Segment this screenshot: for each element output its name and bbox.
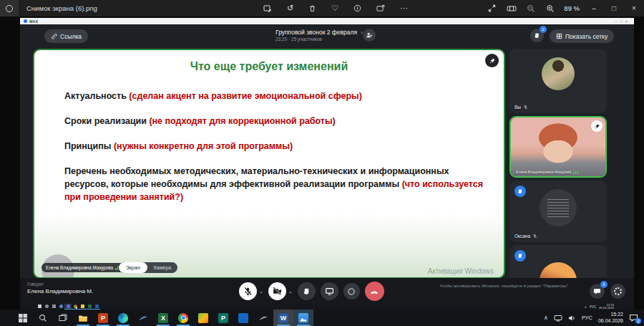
chat-button[interactable]: 6 — [590, 284, 605, 299]
raised-hands-badge: 2 — [540, 26, 547, 33]
info-icon[interactable] — [353, 4, 361, 12]
zoom-level: 89 % — [564, 4, 580, 12]
add-participant-button[interactable] — [363, 29, 376, 42]
share-icon[interactable] — [376, 4, 385, 12]
participant-tile-speaker[interactable]: Елена Владимировна Мазурова — [509, 116, 607, 178]
inner-search-icon[interactable] — [43, 304, 50, 310]
screen-tab[interactable]: Экран — [119, 262, 147, 273]
pin-icon — [594, 123, 600, 130]
show-grid-button[interactable]: Показать сетку — [550, 29, 614, 43]
inner-chrome-icon[interactable] — [72, 304, 79, 310]
inner-max-icon[interactable] — [64, 304, 72, 310]
link-button[interactable]: Ссылка — [44, 29, 88, 43]
taskbar-icon-publisher[interactable]: P — [213, 310, 233, 326]
bullet-note: (не подходят для коррекционной работы) — [149, 116, 335, 126]
gear-icon — [614, 287, 622, 295]
inner-system-tray: ∧ РУС 13:2606.04.2026 — [585, 304, 634, 310]
inner-folder-icon[interactable] — [79, 304, 86, 310]
volume-icon[interactable] — [568, 315, 576, 322]
participant-tile-you[interactable]: Вы — [509, 49, 607, 113]
blue-app-icon — [238, 313, 248, 323]
raised-hand-badge — [514, 186, 526, 197]
camera-muted-icon — [273, 287, 282, 296]
camera-dropdown-icon[interactable]: ⌄ — [288, 289, 293, 294]
record-button[interactable] — [343, 283, 360, 299]
end-call-button[interactable] — [365, 282, 384, 301]
photo-editor-icon — [198, 313, 208, 323]
network-icon[interactable] — [554, 315, 562, 322]
more-icon[interactable]: ··· — [400, 4, 408, 12]
photos-filename: Снимок экрана (6).png — [26, 4, 97, 12]
taskbar-icon-edge[interactable] — [113, 310, 133, 326]
inner-excel-icon[interactable] — [86, 304, 93, 310]
camera-tab[interactable]: Камера — [147, 265, 177, 270]
max-window-controls-icon: –□× — [615, 19, 630, 24]
taskbar-icon-explorer[interactable] — [73, 310, 93, 326]
slide-bullet: Перечень необходимых методических, матер… — [64, 165, 485, 203]
language-indicator[interactable]: РУС — [582, 315, 592, 321]
taskbar-icon-photo-editor[interactable] — [193, 310, 213, 326]
bullet-text: Принципы — [64, 141, 114, 151]
photos-logo-icon[interactable] — [0, 0, 19, 16]
rotate-icon[interactable]: ↺ — [287, 4, 293, 12]
taskbar-icon-swoosh[interactable] — [133, 310, 153, 326]
edit-image-icon[interactable] — [263, 4, 272, 13]
call-title-block[interactable]: Групповой звонок 2 февраля› 23:20 · 25 у… — [275, 29, 363, 42]
folder-icon — [78, 314, 88, 322]
zoom-in-icon[interactable] — [540, 0, 560, 16]
system-tray: ∧ РУС 15:2206.04.2026 2 — [544, 312, 644, 324]
favorite-icon[interactable]: ♡ — [331, 4, 338, 12]
tray-time: 15:22 — [610, 312, 623, 317]
raised-hands-button[interactable]: 2 — [530, 29, 544, 42]
photos-titlebar: Снимок экрана (6).png ↺ ♡ ··· 89 % – □ × — [0, 0, 644, 16]
tray-chevron-icon[interactable]: ∧ — [544, 315, 548, 321]
settings-button[interactable] — [610, 284, 625, 299]
minimize-button[interactable]: – — [584, 0, 604, 16]
grid-icon — [556, 33, 562, 39]
inner-start-icon[interactable] — [36, 304, 43, 310]
photos-view-controls: 89 % – □ × — [482, 0, 644, 16]
taskbar-icon-excel[interactable]: X — [153, 310, 173, 326]
taskbar-icon-chrome[interactable] — [173, 310, 193, 326]
maximize-button[interactable]: □ — [604, 0, 624, 16]
camera-button[interactable] — [268, 282, 286, 300]
participant-tile-oksana[interactable]: Оксана — [509, 181, 607, 242]
zoom-out-icon[interactable] — [521, 0, 540, 16]
mic-muted-icon — [243, 287, 253, 296]
notification-button[interactable]: 2 — [629, 314, 638, 322]
avatar — [540, 189, 577, 226]
pinned-badge[interactable] — [591, 120, 602, 132]
close-button[interactable]: × — [624, 0, 644, 16]
raise-hand-button[interactable] — [298, 282, 316, 300]
filmstrip-icon[interactable] — [502, 0, 521, 16]
clock[interactable]: 15:2206.04.2026 — [598, 312, 623, 324]
mic-dropdown-icon[interactable]: ⌄ — [259, 289, 263, 294]
speaking-name: Елена Владимировна М. — [27, 288, 93, 294]
inner-word-icon[interactable] — [93, 304, 100, 310]
taskbar-icon-word[interactable]: W — [273, 310, 293, 326]
inner-chevron-icon: ∧ — [585, 305, 587, 309]
windows-activation-hint: Чтобы активировать Windows, перейдите в … — [425, 284, 568, 288]
fullscreen-icon[interactable] — [482, 0, 502, 16]
search-button[interactable] — [33, 310, 53, 326]
chat-icon — [593, 287, 601, 295]
inner-swoosh-icon[interactable] — [57, 304, 64, 310]
taskbar-icon-powerpoint[interactable]: P — [93, 310, 113, 326]
taskbar-icon-scanner[interactable] — [253, 310, 273, 326]
delete-icon[interactable] — [308, 4, 316, 12]
mic-muted-icon — [532, 234, 537, 239]
mic-button[interactable] — [239, 282, 257, 300]
scanner-swoosh-icon — [258, 314, 268, 322]
inner-taskview-icon[interactable] — [50, 304, 57, 310]
slide-bullets: Актуальность (сделан акцент на развитие … — [64, 90, 485, 203]
mic-muted-icon — [523, 105, 528, 110]
start-button[interactable] — [13, 310, 33, 326]
screen-share-button[interactable] — [321, 282, 338, 300]
task-view-button[interactable] — [53, 310, 73, 326]
taskbar-icon-photos[interactable] — [293, 310, 313, 326]
swoosh-icon — [138, 314, 148, 322]
call-window: Ссылка Групповой звонок 2 февраля› 23:20… — [20, 24, 634, 304]
unpin-screen-button[interactable] — [485, 54, 499, 67]
taskbar-icon-blue-app[interactable] — [233, 310, 253, 326]
publisher-icon: P — [218, 313, 228, 323]
